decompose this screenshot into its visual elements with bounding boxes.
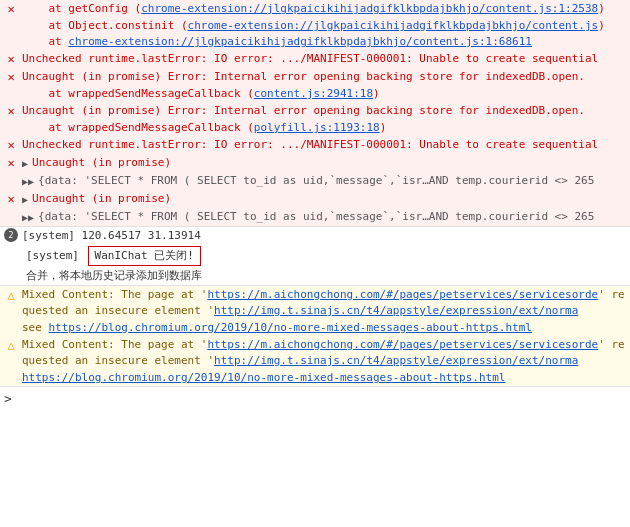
log-text: Mixed Content: The page at 'https://m.ai… [22,337,626,369]
error-icon: ✕ [4,70,18,84]
log-line: △ Mixed Content: The page at 'https://m.… [0,336,630,370]
error-icon: ✕ [4,52,18,66]
error-icon: ✕ [4,192,18,206]
count-badge: 2 [4,228,18,242]
log-text: Unchecked runtime.lastError: IO error: .… [22,137,626,153]
log-sub-line: ▶ {data: 'SELECT * FROM ( SELECT to_id a… [0,173,630,190]
log-text: Uncaught (in promise) [32,155,626,171]
log-text: https://blog.chromium.org/2019/10/no-mor… [22,370,626,385]
link[interactable]: http://img.t.sinajs.cn/t4/appstyle/expre… [214,304,578,317]
error-icon: ✕ [4,156,18,170]
log-line[interactable]: ✕ Uncaught (in promise) [0,154,630,173]
log-text: {data: 'SELECT * FROM ( SELECT to_id as … [38,209,626,224]
link[interactable]: https://m.aichongchong.com/#/pages/petse… [207,338,598,351]
log-text: [system] 120.64517 31.13914 [22,228,626,244]
log-line: ✕ Unchecked runtime.lastError: IO error:… [0,50,630,68]
link[interactable]: content.js:2941:18 [254,87,373,100]
log-text: {data: 'SELECT * FROM ( SELECT to_id as … [38,173,626,188]
log-text: at chrome-extension://jlgkpaicikihijadgi… [22,34,626,49]
expand-icon[interactable]: ▶ [22,210,34,225]
link[interactable]: polyfill.js:1193:18 [254,121,380,134]
log-line[interactable]: ✕ Uncaught (in promise) [0,190,630,209]
log-sub-line: ▶ {data: 'SELECT * FROM ( SELECT to_id a… [0,209,630,226]
log-text: Mixed Content: The page at 'https://m.ai… [22,287,626,319]
error-icon: ✕ [4,2,18,16]
log-line: ✕ Unchecked runtime.lastError: IO error:… [0,136,630,154]
log-text: at getConfig (chrome-extension://jlgkpai… [22,1,626,17]
expand-icon[interactable] [22,156,28,172]
log-text: at wrappedSendMessageCallback (content.j… [22,86,626,101]
log-line: △ Mixed Content: The page at 'https://m.… [0,286,630,320]
log-text: Unchecked runtime.lastError: IO error: .… [22,51,626,67]
link[interactable]: chrome-extension://jlgkpaicikihijadgifkl… [68,35,532,48]
log-text: [system] WanIChat 已关闭! [26,246,626,266]
log-text: Uncaught (in promise) Error: Internal er… [22,103,626,119]
log-text: 合并，将本地历史记录添加到数据库 [26,268,626,284]
error-icon: ✕ [4,138,18,152]
log-text: Uncaught (in promise) Error: Internal er… [22,69,626,85]
log-line: at Object.constinit (chrome-extension://… [0,18,630,34]
console-cursor: > [4,391,12,406]
link[interactable]: https://blog.chromium.org/2019/10/no-mor… [49,321,532,334]
spacer-icon [4,247,22,261]
log-sub-line: https://blog.chromium.org/2019/10/no-mor… [0,370,630,386]
cursor-line: > [0,387,630,410]
expand-icon[interactable] [22,192,28,208]
spacer-icon [4,269,22,283]
link[interactable]: https://blog.chromium.org/2019/10/no-mor… [22,371,505,384]
log-sub-line: see https://blog.chromium.org/2019/10/no… [0,320,630,336]
wanchat-closed-badge: WanIChat 已关闭! [88,246,201,266]
warning-icon: △ [4,288,18,302]
link[interactable]: chrome-extension://jlgkpaicikihijadgifkl… [188,19,599,32]
link[interactable]: https://m.aichongchong.com/#/pages/petse… [207,288,598,301]
expand-icon[interactable]: ▶ [22,174,34,189]
log-text: Uncaught (in promise) [32,191,626,207]
log-sub-line: at wrappedSendMessageCallback (content.j… [0,86,630,102]
log-sub-line: at wrappedSendMessageCallback (polyfill.… [0,120,630,136]
log-text: see https://blog.chromium.org/2019/10/no… [22,320,626,335]
log-line: ✕ Uncaught (in promise) Error: Internal … [0,102,630,120]
log-line: ✕ at getConfig (chrome-extension://jlgkp… [0,0,630,18]
log-line: 合并，将本地历史记录添加到数据库 [0,267,630,285]
log-text: at Object.constinit (chrome-extension://… [22,18,626,33]
log-line: ✕ Uncaught (in promise) Error: Internal … [0,68,630,86]
link[interactable]: http://img.t.sinajs.cn/t4/appstyle/expre… [214,354,578,367]
error-icon: ✕ [4,104,18,118]
log-line: [system] WanIChat 已关闭! [0,245,630,267]
log-line: 2 [system] 120.64517 31.13914 [0,227,630,245]
log-line: at chrome-extension://jlgkpaicikihijadgi… [0,34,630,50]
log-text: at wrappedSendMessageCallback (polyfill.… [22,120,626,135]
warning-icon: △ [4,338,18,352]
console-area: ✕ at getConfig (chrome-extension://jlgkp… [0,0,630,410]
link[interactable]: chrome-extension://jlgkpaicikihijadgifkl… [141,2,598,15]
